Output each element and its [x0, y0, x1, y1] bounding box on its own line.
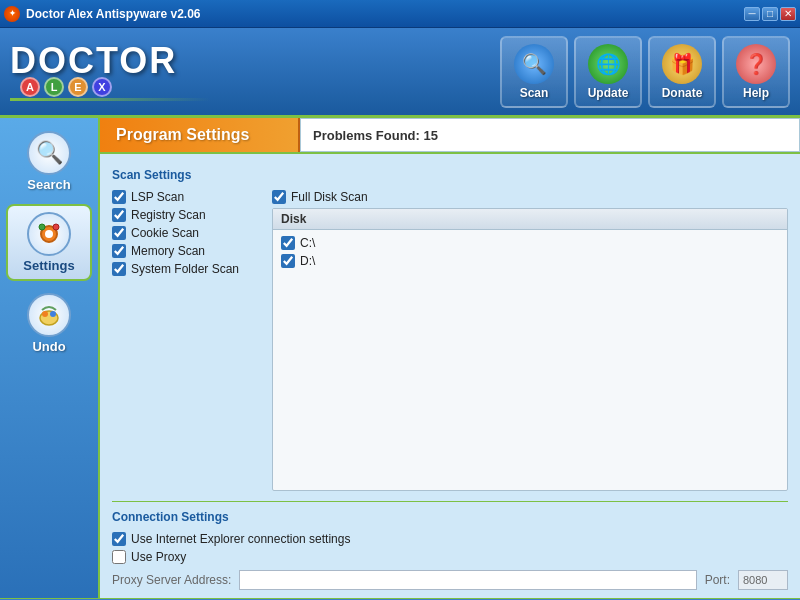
scan-button[interactable]: 🔍 Scan	[500, 36, 568, 108]
proxy-port-label: Port:	[705, 573, 730, 587]
alex-e: E	[68, 77, 88, 97]
section-divider	[112, 501, 788, 502]
scan-right-column: Full Disk Scan Disk C:\	[272, 190, 788, 491]
memory-scan-item[interactable]: Memory Scan	[112, 244, 252, 258]
disk-table-body: C:\ D:\	[273, 230, 787, 490]
content-header: Program Settings Problems Found: 15	[100, 118, 800, 154]
registry-scan-item[interactable]: Registry Scan	[112, 208, 252, 222]
help-label: Help	[743, 86, 769, 100]
app-icon: ✦	[4, 6, 20, 22]
svg-point-5	[42, 311, 48, 317]
use-proxy-label: Use Proxy	[131, 550, 186, 564]
full-disk-scan-label: Full Disk Scan	[291, 190, 368, 204]
system-folder-scan-label: System Folder Scan	[131, 262, 239, 276]
title-bar: ✦ Doctor Alex Antispyware v2.06 ─ □ ✕	[0, 0, 800, 28]
disk-table-header: Disk	[273, 209, 787, 230]
scan-icon: 🔍	[514, 44, 554, 84]
scan-settings-grid: LSP Scan Registry Scan Cookie Scan Memor…	[112, 190, 788, 491]
maximize-button[interactable]: □	[762, 7, 778, 21]
memory-scan-label: Memory Scan	[131, 244, 205, 258]
donate-label: Donate	[662, 86, 703, 100]
lsp-scan-item[interactable]: LSP Scan	[112, 190, 252, 204]
disk-c-item[interactable]: C:\	[277, 234, 783, 252]
sidebar-settings-icon	[27, 212, 71, 256]
scan-label: Scan	[520, 86, 549, 100]
disk-c-checkbox[interactable]	[281, 236, 295, 250]
minimize-button[interactable]: ─	[744, 7, 760, 21]
content-title-bar: Program Settings	[100, 118, 300, 152]
content-title: Program Settings	[116, 126, 249, 144]
svg-point-3	[53, 224, 59, 230]
sidebar-item-search[interactable]: 🔍 Search	[6, 123, 92, 200]
disk-table: Disk C:\ D:\	[272, 208, 788, 491]
sidebar-undo-label: Undo	[32, 339, 65, 354]
problems-count: 15	[424, 128, 438, 143]
help-icon: ❓	[736, 44, 776, 84]
scan-settings-title: Scan Settings	[112, 168, 788, 182]
sidebar-search-label: Search	[27, 177, 70, 192]
proxy-address-input[interactable]	[239, 570, 696, 590]
update-label: Update	[588, 86, 629, 100]
use-proxy-checkbox[interactable]	[112, 550, 126, 564]
donate-button[interactable]: 🎁 Donate	[648, 36, 716, 108]
donate-icon: 🎁	[662, 44, 702, 84]
scan-left-column: LSP Scan Registry Scan Cookie Scan Memor…	[112, 190, 252, 491]
registry-scan-label: Registry Scan	[131, 208, 206, 222]
content-body: Scan Settings LSP Scan Registry Scan Coo…	[100, 154, 800, 598]
toolbar: 🔍 Scan 🌐 Update 🎁 Donate ❓ Help	[500, 36, 790, 108]
disk-c-label: C:\	[300, 236, 315, 250]
ie-connection-item[interactable]: Use Internet Explorer connection setting…	[112, 532, 788, 546]
sidebar-item-undo[interactable]: Undo	[6, 285, 92, 362]
proxy-address-label: Proxy Server Address:	[112, 573, 231, 587]
problems-label: Problems Found:	[313, 128, 420, 143]
full-disk-scan-checkbox[interactable]	[272, 190, 286, 204]
alex-x: X	[92, 77, 112, 97]
proxy-row: Proxy Server Address: Port:	[112, 570, 788, 590]
alex-a: A	[20, 77, 40, 97]
disk-d-item[interactable]: D:\	[277, 252, 783, 270]
sidebar: 🔍 Search Settings	[0, 118, 100, 598]
title-bar-left: ✦ Doctor Alex Antispyware v2.06	[4, 6, 201, 22]
system-folder-scan-item[interactable]: System Folder Scan	[112, 262, 252, 276]
disk-col-header: Disk	[281, 212, 699, 226]
ie-connection-label: Use Internet Explorer connection setting…	[131, 532, 350, 546]
system-folder-scan-checkbox[interactable]	[112, 262, 126, 276]
close-button[interactable]: ✕	[780, 7, 796, 21]
alex-l: L	[44, 77, 64, 97]
update-button[interactable]: 🌐 Update	[574, 36, 642, 108]
sidebar-item-settings[interactable]: Settings	[6, 204, 92, 281]
update-icon: 🌐	[588, 44, 628, 84]
sidebar-search-icon: 🔍	[27, 131, 71, 175]
connection-section: Connection Settings Use Internet Explore…	[112, 510, 788, 590]
svg-point-2	[39, 224, 45, 230]
svg-point-6	[50, 311, 56, 317]
logo-separator	[10, 98, 210, 101]
main-layout: 🔍 Search Settings	[0, 118, 800, 598]
lsp-scan-label: LSP Scan	[131, 190, 184, 204]
logo-doctor-text: DOCTOR	[10, 43, 210, 79]
cookie-scan-item[interactable]: Cookie Scan	[112, 226, 252, 240]
lsp-scan-checkbox[interactable]	[112, 190, 126, 204]
ie-connection-checkbox[interactable]	[112, 532, 126, 546]
svg-point-1	[45, 230, 53, 238]
memory-scan-checkbox[interactable]	[112, 244, 126, 258]
problems-bar: Problems Found: 15	[300, 118, 800, 152]
proxy-port-input[interactable]	[738, 570, 788, 590]
connection-settings-title: Connection Settings	[112, 510, 788, 524]
header: DOCTOR A L E X 🔍 Scan 🌐 Update 🎁 Donate …	[0, 28, 800, 118]
registry-scan-checkbox[interactable]	[112, 208, 126, 222]
sidebar-undo-icon	[27, 293, 71, 337]
window-controls: ─ □ ✕	[744, 7, 796, 21]
app-title: Doctor Alex Antispyware v2.06	[26, 7, 201, 21]
cookie-scan-checkbox[interactable]	[112, 226, 126, 240]
help-button[interactable]: ❓ Help	[722, 36, 790, 108]
full-disk-scan-item[interactable]: Full Disk Scan	[272, 190, 788, 204]
problems-text: Problems Found: 15	[313, 128, 438, 143]
logo-area: DOCTOR A L E X	[10, 43, 210, 101]
content-area: Program Settings Problems Found: 15 Scan…	[100, 118, 800, 598]
disk-d-label: D:\	[300, 254, 315, 268]
disk-col-val-header	[699, 212, 779, 226]
use-proxy-item[interactable]: Use Proxy	[112, 550, 788, 564]
disk-d-checkbox[interactable]	[281, 254, 295, 268]
logo-alex: A L E X	[10, 77, 210, 97]
